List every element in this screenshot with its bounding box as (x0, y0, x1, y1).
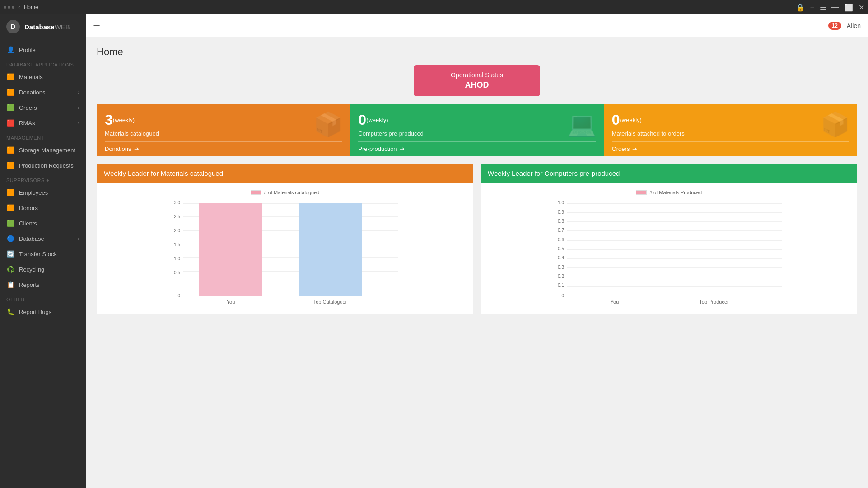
stat-footer-1[interactable]: Donations ➔ (105, 141, 342, 156)
orders-icon: 🟩 (6, 104, 14, 111)
svg-text:3.0: 3.0 (174, 200, 180, 205)
svg-text:0.9: 0.9 (558, 210, 564, 215)
stat-count-1: 3(weekly) (105, 112, 342, 128)
chart-computers-legend: # of Materials Produced (488, 190, 850, 195)
svg-text:0.7: 0.7 (558, 228, 564, 233)
svg-text:0.6: 0.6 (558, 237, 564, 242)
titlebar-left: ‹ Home (4, 4, 38, 11)
donations-chevron: › (78, 89, 79, 95)
maximize-icon[interactable]: ⬜ (844, 3, 853, 12)
sidebar-item-recycling[interactable]: ♻️ Recycling (0, 262, 86, 277)
recycling-icon: ♻️ (6, 266, 14, 273)
chart-materials-legend: # of Materials catalogued (104, 190, 466, 195)
lock-icon: 🔒 (796, 3, 805, 12)
svg-text:0: 0 (177, 293, 180, 298)
profile-label: Profile (19, 47, 36, 53)
svg-text:Top Producer: Top Producer (699, 299, 729, 305)
titlebar: ‹ Home 🔒 + ☰ — ⬜ ✕ (0, 0, 868, 14)
section-other: Other (0, 292, 86, 304)
svg-text:2.0: 2.0 (174, 228, 180, 233)
stat-card-donations: 📦 3(weekly) Materials catalogued Donatio… (97, 104, 350, 156)
donors-icon: 🟧 (6, 204, 14, 211)
legend-label-1: # of Materials catalogued (264, 190, 320, 195)
svg-text:1.0: 1.0 (174, 256, 180, 261)
back-button[interactable]: ‹ (18, 4, 20, 11)
sidebar-item-storage[interactable]: 🟧 Storage Management (0, 142, 86, 158)
sidebar-item-reports[interactable]: 📋 Reports (0, 277, 86, 292)
svg-text:0.5: 0.5 (174, 270, 180, 275)
sidebar-item-clients[interactable]: 🟩 Clients (0, 216, 86, 231)
sidebar-item-donations[interactable]: 🟧 Donations › (0, 84, 86, 100)
section-supervisors: Supervisors + (0, 173, 86, 185)
op-status-card: Operational Status AHOD (414, 65, 540, 96)
bar-chart-svg-2: 1.0 0.9 0.8 0.7 0.6 0.5 0.4 0.3 0.2 0.1 (488, 199, 850, 307)
stat-footer-3[interactable]: Orders ➔ (612, 141, 849, 156)
topbar-menu-icon[interactable]: ☰ (93, 21, 100, 31)
sidebar-item-database[interactable]: 🔵 Database › (0, 231, 86, 246)
dot3 (12, 6, 14, 9)
sidebar-item-employees[interactable]: 🟧 Employees (0, 185, 86, 200)
stat-footer-arrow-1: ➔ (134, 145, 139, 152)
close-icon[interactable]: ✕ (859, 3, 864, 12)
clients-label: Clients (19, 220, 37, 227)
stat-desc-3: Materials attached to orders (612, 130, 849, 137)
bar-chart-1: 3.0 2.5 2.0 1.5 1.0 0.5 0 (104, 199, 466, 307)
stat-count-3: 0(weekly) (612, 112, 849, 128)
brand-suffix: WEB (55, 23, 70, 31)
database-label: Database (19, 235, 44, 242)
sidebar-item-report-bugs[interactable]: 🐛 Report Bugs (0, 304, 86, 319)
rmas-icon: 🟥 (6, 119, 14, 127)
section-management: Management (0, 131, 86, 142)
sidebar-item-transfer[interactable]: 🔄 Transfer Stock (0, 246, 86, 262)
transfer-label: Transfer Stock (19, 251, 57, 258)
legend-color-2 (636, 190, 647, 195)
brand-name: DatabaseWEB (24, 23, 70, 31)
notification-badge[interactable]: 12 (828, 22, 841, 30)
svg-text:0.4: 0.4 (558, 255, 564, 260)
sidebar-item-production[interactable]: 🟧 Production Requests (0, 158, 86, 173)
menu-icon[interactable]: ☰ (820, 3, 826, 12)
employees-icon: 🟧 (6, 189, 14, 196)
chart-materials-header: Weekly Leader for Materials catalogued (97, 164, 473, 183)
bar-chart-svg-1: 3.0 2.5 2.0 1.5 1.0 0.5 0 (104, 199, 466, 307)
clients-icon: 🟩 (6, 220, 14, 227)
svg-text:0.1: 0.1 (558, 283, 564, 288)
recycling-label: Recycling (19, 266, 44, 273)
database-chevron: › (78, 236, 79, 241)
svg-text:0.3: 0.3 (558, 265, 564, 270)
sidebar-item-materials[interactable]: 🟧 Materials (0, 69, 86, 84)
stat-card-preproduction: 💻 0(weekly) Computers pre-produced Pre-p… (350, 104, 603, 156)
sidebar-item-rmas[interactable]: 🟥 RMAs › (0, 115, 86, 131)
reports-label: Reports (19, 282, 40, 288)
titlebar-dots (4, 6, 14, 9)
stat-footer-2[interactable]: Pre-production ➔ (358, 141, 595, 156)
svg-text:0.8: 0.8 (558, 219, 564, 224)
legend-label-2: # of Materials Produced (649, 190, 702, 195)
minimize-icon[interactable]: — (831, 3, 839, 11)
bug-icon: 🐛 (6, 308, 14, 315)
stats-row: 📦 3(weekly) Materials catalogued Donatio… (97, 104, 857, 156)
topbar-right: 12 Allen (828, 22, 861, 30)
sidebar-item-donors[interactable]: 🟧 Donors (0, 200, 86, 216)
content-area: Home Operational Status AHOD 📦 3(weekly)… (86, 37, 868, 488)
op-status-value: AHOD (441, 80, 513, 90)
charts-row: Weekly Leader for Materials catalogued #… (97, 164, 857, 314)
dot1 (4, 6, 6, 9)
svg-text:1.5: 1.5 (174, 242, 180, 247)
donors-label: Donors (19, 205, 38, 211)
svg-text:2.5: 2.5 (174, 214, 180, 219)
op-status-container: Operational Status AHOD (97, 65, 857, 96)
sidebar-item-orders[interactable]: 🟩 Orders › (0, 100, 86, 115)
orders-chevron: › (78, 105, 79, 110)
dot2 (8, 6, 10, 9)
add-tab-icon[interactable]: + (810, 3, 814, 11)
materials-label: Materials (19, 74, 43, 80)
svg-text:You: You (611, 299, 619, 305)
svg-text:0.2: 0.2 (558, 274, 564, 279)
svg-rect-15 (299, 203, 362, 296)
stat-desc-2: Computers pre-produced (358, 130, 595, 137)
sidebar-item-profile[interactable]: 👤 Profile (0, 42, 86, 57)
employees-label: Employees (19, 189, 48, 196)
report-bugs-label: Report Bugs (19, 309, 51, 315)
svg-text:You: You (227, 299, 235, 305)
